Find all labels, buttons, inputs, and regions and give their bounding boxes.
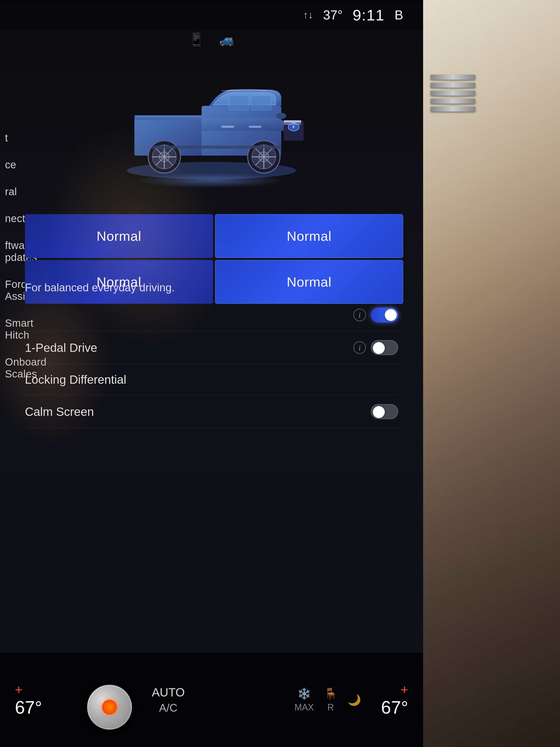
car-interior — [423, 0, 560, 747]
max-label: MAX — [294, 702, 314, 713]
climate-right-icons: ❄️ MAX 🪑 R 🌙 — [294, 687, 361, 713]
svg-rect-6 — [251, 95, 271, 110]
toggle-balanced-switch[interactable] — [371, 308, 398, 323]
toggle-1pedal-right: i — [353, 340, 398, 355]
ac-button[interactable]: A/C — [159, 702, 177, 714]
climate-temp-right-display: + 67° — [381, 682, 408, 718]
truck-glow — [137, 173, 286, 188]
truck-svg: F — [109, 54, 314, 183]
toggle-calm-knob — [373, 406, 385, 418]
svg-rect-5 — [229, 95, 249, 110]
toggle-1pedal-switch[interactable] — [371, 340, 398, 355]
toggle-balanced-knob — [385, 309, 397, 321]
status-time: 9:11 — [353, 6, 385, 24]
toggle-calm-switch[interactable] — [371, 404, 398, 419]
knob-power-button[interactable] — [102, 700, 117, 715]
drive-mode-normal-1[interactable]: Normal — [25, 214, 213, 258]
svg-rect-29 — [249, 126, 261, 128]
status-bluetooth: B — [395, 7, 403, 22]
moon-icon-group: 🌙 — [347, 693, 361, 706]
vent-slat-2 — [431, 83, 475, 88]
drive-mode-normal-2[interactable]: Normal — [215, 214, 403, 258]
info-icon-balanced[interactable]: i — [353, 309, 366, 321]
truck-image: F — [100, 44, 324, 193]
info-icon-1pedal[interactable]: i — [353, 341, 366, 354]
status-temperature: 37° — [323, 7, 343, 22]
toggle-row-calm: Calm Screen — [25, 395, 398, 428]
drive-mode-normal-4[interactable]: Normal — [215, 260, 403, 304]
svg-text:F: F — [293, 125, 295, 129]
temp-value-right: 67° — [381, 697, 408, 718]
seat-heat-group: 🪑 R — [324, 687, 338, 713]
knob-container — [87, 685, 137, 735]
vent-slat-3 — [431, 91, 475, 96]
toggle-row-1pedal: 1-Pedal Drive i — [25, 331, 398, 364]
svg-rect-11 — [284, 123, 301, 125]
temp-plus-right[interactable]: + — [381, 682, 408, 697]
climate-knob[interactable] — [87, 685, 132, 729]
toggle-locking-label: Locking Differential — [25, 373, 126, 386]
main-screen: ↑↓ 37° 9:11 B 📱 🚙 t ce ral nectivity ftw… — [0, 0, 423, 747]
climate-bar: + 67° AUTO A/C ❄️ MAX 🪑 R 🌙 — [0, 652, 423, 747]
truck-display: F — [12, 25, 411, 212]
toggles-area: i 1-Pedal Drive i Locking Differential — [25, 299, 398, 428]
vent-slat-1 — [431, 75, 475, 80]
svg-rect-31 — [152, 146, 281, 149]
toggle-1pedal-knob — [373, 342, 385, 354]
temp-plus-left[interactable]: + — [15, 682, 42, 697]
climate-temp-left-display: + 67° — [15, 682, 42, 718]
signal-icon: ↑↓ — [303, 9, 313, 21]
svg-rect-28 — [221, 126, 234, 128]
toggle-calm-right — [371, 404, 398, 419]
toggle-row-balanced: i — [25, 299, 398, 331]
auto-button[interactable]: AUTO — [152, 686, 185, 699]
toggle-row-locking: Locking Differential — [25, 364, 398, 395]
toggle-calm-label: Calm Screen — [25, 405, 94, 418]
vent-area — [431, 75, 480, 149]
toggle-1pedal-label: 1-Pedal Drive — [25, 341, 97, 355]
r-label: R — [327, 702, 334, 713]
svg-rect-10 — [284, 120, 301, 123]
moon-icon[interactable]: 🌙 — [347, 693, 361, 706]
vent-slat-4 — [431, 99, 475, 104]
fan-icon[interactable]: ❄️ — [297, 687, 311, 700]
seat-heat-icon[interactable]: 🪑 — [324, 687, 338, 700]
drive-mode-description: For balanced everyday driving. — [25, 281, 175, 294]
vent-slat-5 — [431, 107, 475, 111]
svg-point-30 — [276, 113, 286, 119]
toggle-balanced-right: i — [353, 308, 398, 323]
temp-value-left: 67° — [15, 697, 42, 718]
fan-icon-group: ❄️ MAX — [294, 687, 314, 713]
svg-rect-3 — [136, 115, 203, 117]
